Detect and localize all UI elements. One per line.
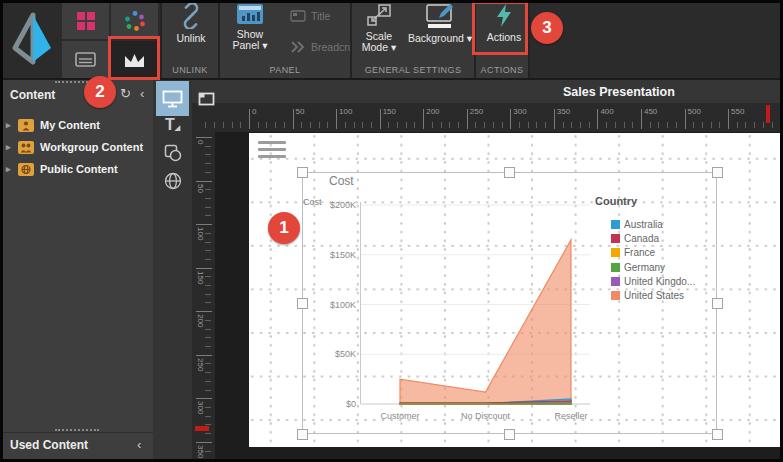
ruler-tick bbox=[284, 122, 285, 128]
group-label-panel: PANEL bbox=[220, 65, 350, 75]
card-button[interactable] bbox=[62, 41, 109, 78]
legend-swatch bbox=[611, 248, 620, 257]
ruler-tick bbox=[745, 122, 746, 128]
sidebar-item-label: Workgroup Content bbox=[40, 141, 143, 153]
ruler-tick bbox=[615, 122, 616, 128]
ruler-tick bbox=[205, 285, 211, 286]
scale-mode-label: Scale Mode ▾ bbox=[356, 31, 402, 53]
app-logo bbox=[8, 12, 56, 70]
ruler-tick bbox=[510, 109, 511, 129]
resize-handle[interactable] bbox=[297, 298, 308, 309]
used-content-drag-handle[interactable] bbox=[55, 429, 99, 431]
unlink-label: Unlink bbox=[176, 33, 205, 44]
unlink-button[interactable]: Unlink bbox=[166, 3, 216, 44]
dashboard-designer-window: Unlink UNLINK Show Panel ▾ Title bbox=[0, 0, 783, 462]
group-label-actions: ACTIONS bbox=[476, 65, 528, 75]
ruler-tick bbox=[205, 346, 211, 347]
legend-item: United States bbox=[611, 288, 715, 302]
ruler-tick bbox=[196, 181, 212, 182]
resize-handle[interactable] bbox=[504, 429, 515, 440]
ruler-tick bbox=[205, 381, 211, 382]
legend-item-label: United Kingdo... bbox=[624, 276, 695, 287]
ruler-tick bbox=[371, 122, 372, 128]
globe-folder-icon bbox=[18, 163, 34, 176]
ruler-tick bbox=[362, 122, 363, 128]
ruler-label: 150 bbox=[196, 271, 205, 284]
group-folder-icon bbox=[18, 141, 34, 154]
ribbon-group-general: Scale Mode ▾ Background ▾ GENERAL SETTIN… bbox=[350, 0, 474, 78]
ruler-tick bbox=[624, 122, 625, 128]
chart-plot-area bbox=[360, 200, 590, 409]
collapse-icon[interactable]: ‹ bbox=[140, 86, 144, 101]
person-folder-icon bbox=[18, 119, 34, 132]
ruler-tick bbox=[432, 122, 433, 128]
ruler-label: 50 bbox=[196, 184, 205, 193]
ruler-tick bbox=[205, 172, 211, 173]
resize-handle[interactable] bbox=[297, 167, 308, 178]
title-label: Title bbox=[311, 10, 330, 22]
ruler-label: 450 bbox=[644, 107, 657, 116]
ruler-tick bbox=[388, 122, 389, 128]
background-label: Background ▾ bbox=[408, 33, 472, 44]
resize-handle[interactable] bbox=[712, 298, 723, 309]
dashboard-title: Sales Presentation bbox=[563, 85, 675, 99]
ruler-tick bbox=[196, 355, 212, 356]
expand-arrow-icon[interactable]: ▸ bbox=[6, 120, 18, 130]
used-content-title: Used Content bbox=[10, 438, 88, 452]
ruler-tick bbox=[641, 109, 642, 129]
legend-swatch bbox=[611, 234, 620, 243]
show-panel-icon bbox=[236, 3, 264, 25]
breadcrumbs-icon bbox=[290, 41, 306, 53]
resize-handle[interactable] bbox=[504, 167, 515, 178]
scale-mode-icon bbox=[366, 3, 392, 27]
ruler-tick bbox=[502, 122, 503, 128]
ruler-tick bbox=[205, 320, 211, 321]
monitor-view-button[interactable] bbox=[156, 81, 189, 116]
ruler-tick bbox=[475, 122, 476, 128]
ruler-tick bbox=[484, 122, 485, 128]
ruler-tick bbox=[467, 109, 468, 129]
refresh-icon[interactable]: ↻ bbox=[120, 86, 131, 101]
menu-icon[interactable] bbox=[258, 141, 286, 162]
resize-handle[interactable] bbox=[297, 429, 308, 440]
vertical-ruler[interactable]: 050100150200250300350 bbox=[192, 132, 215, 459]
ruler-tick bbox=[719, 122, 720, 128]
resize-handle[interactable] bbox=[712, 167, 723, 178]
ruler-tick bbox=[196, 137, 212, 138]
ruler-tick bbox=[319, 122, 320, 128]
used-content-collapse-icon[interactable]: ‹ bbox=[137, 437, 141, 452]
ruler-tick bbox=[571, 122, 572, 128]
ruler-tick bbox=[545, 122, 546, 128]
ruler-tick bbox=[266, 122, 267, 128]
used-content-bar[interactable]: Used Content ‹ bbox=[0, 432, 153, 458]
design-surface[interactable]: Cost Cost $200K$150K$100K$50K$0 Customer… bbox=[249, 133, 780, 447]
web-tool-button[interactable] bbox=[153, 168, 192, 194]
background-button[interactable]: Background ▾ bbox=[406, 3, 474, 44]
sidebar-item-workgroup-content[interactable]: ▸Workgroup Content bbox=[0, 136, 153, 158]
ruler-tick bbox=[397, 122, 398, 128]
expand-arrow-icon[interactable]: ▸ bbox=[6, 164, 18, 174]
ruler-tick bbox=[693, 122, 694, 128]
ruler-tick bbox=[205, 207, 211, 208]
frame-view-button[interactable] bbox=[192, 84, 220, 113]
ruler-tick bbox=[423, 109, 424, 129]
show-panel-button[interactable]: Show Panel ▾ bbox=[224, 3, 276, 51]
resize-handle[interactable] bbox=[712, 429, 723, 440]
grid-button[interactable] bbox=[62, 2, 109, 39]
expand-arrow-icon[interactable]: ▸ bbox=[6, 142, 18, 152]
ruler-tick bbox=[711, 122, 712, 128]
palette-button[interactable] bbox=[111, 2, 158, 39]
ruler-tick bbox=[223, 122, 224, 128]
ruler-tick bbox=[205, 407, 211, 408]
chart-legend: Country AustraliaCanadaFranceGermanyUnit… bbox=[595, 195, 715, 303]
scale-mode-button[interactable]: Scale Mode ▾ bbox=[354, 3, 404, 53]
ruler-tick bbox=[205, 451, 211, 452]
sidebar-item-my-content[interactable]: ▸My Content bbox=[0, 114, 153, 136]
ruler-tick bbox=[449, 122, 450, 128]
ruler-tick bbox=[205, 416, 211, 417]
shape-tool-button[interactable] bbox=[153, 140, 192, 166]
sidebar-item-public-content[interactable]: ▸Public Content bbox=[0, 158, 153, 180]
ruler-tick bbox=[345, 122, 346, 128]
horizontal-ruler[interactable]: 050100150200250300350400450500550 bbox=[192, 103, 780, 132]
canvas-title-bar: Sales Presentation bbox=[192, 80, 780, 103]
